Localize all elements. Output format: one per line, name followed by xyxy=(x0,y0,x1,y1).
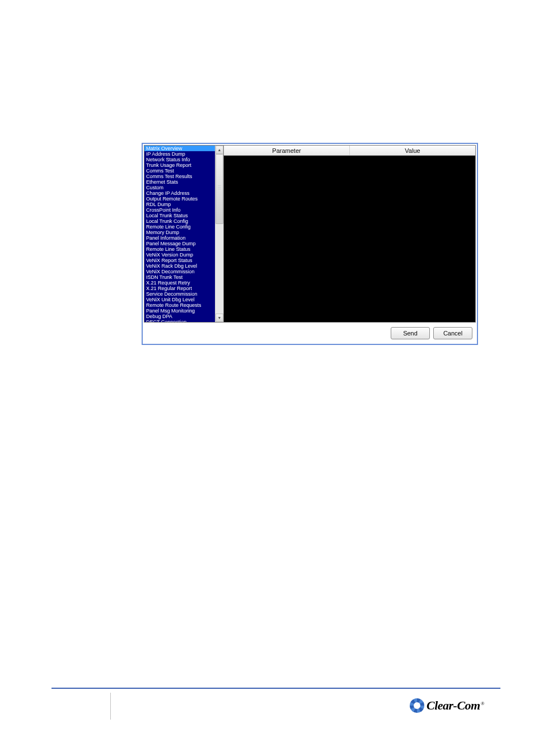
list-item[interactable]: X.21 Regular Report xyxy=(144,286,215,291)
list-item[interactable]: VeNiX Unit Dbg Level xyxy=(144,297,215,302)
list-item[interactable]: Change IP Address xyxy=(144,190,215,196)
list-item[interactable]: ISDN Trunk Test xyxy=(144,274,215,280)
scroll-down-button[interactable]: ▼ xyxy=(216,314,223,322)
brand-logo: Clear-Com® xyxy=(410,696,500,715)
list-item[interactable]: Panel Message Dump xyxy=(144,241,215,246)
header-parameter[interactable]: Parameter xyxy=(224,146,350,155)
parameter-pane: Parameter Value xyxy=(224,145,476,323)
list-item[interactable]: Comms Test Results xyxy=(144,174,215,179)
scroll-up-button[interactable]: ▲ xyxy=(216,146,223,154)
footer-rule xyxy=(51,688,500,689)
dialog-main-area: Matrix OverviewIP Address DumpNetwork St… xyxy=(144,145,476,323)
list-item[interactable]: VeNiX Decommission xyxy=(144,269,215,274)
list-item[interactable]: Trunk Usage Report xyxy=(144,162,215,168)
button-bar: Send Cancel xyxy=(144,323,476,343)
scroll-thumb[interactable] xyxy=(216,154,223,224)
list-item[interactable]: Memory Dump xyxy=(144,230,215,235)
parameter-content xyxy=(224,156,475,322)
brand-logo-icon xyxy=(410,698,424,713)
list-item[interactable]: DECT Connection xyxy=(144,319,215,322)
list-item[interactable]: Remote Route Requests xyxy=(144,302,215,308)
list-item[interactable]: Remote Line Status xyxy=(144,246,215,252)
list-item[interactable]: Debug DPA xyxy=(144,314,215,319)
brand-logo-text: Clear-Com® xyxy=(427,698,484,713)
list-item[interactable]: VeNiX Report Status xyxy=(144,258,215,263)
list-item[interactable]: VeNiX Rack Dbg Level xyxy=(144,263,215,269)
command-list[interactable]: Matrix OverviewIP Address DumpNetwork St… xyxy=(144,146,215,322)
scroll-track[interactable] xyxy=(216,154,223,314)
list-item[interactable]: Custom xyxy=(144,185,215,190)
registered-mark: ® xyxy=(481,701,484,706)
list-item[interactable]: Panel Msg Monitoring xyxy=(144,308,215,314)
list-item[interactable]: Service Decommission xyxy=(144,291,215,297)
cancel-button[interactable]: Cancel xyxy=(433,327,472,339)
list-scrollbar[interactable]: ▲ ▼ xyxy=(215,146,223,322)
list-item[interactable]: VeNiX Version Dump xyxy=(144,252,215,258)
list-item[interactable]: Ethernet Stats xyxy=(144,179,215,185)
list-item[interactable]: X.21 Request Retry xyxy=(144,280,215,286)
list-item[interactable]: Remote Line Config xyxy=(144,224,215,230)
list-item[interactable]: Local Trunk Status xyxy=(144,213,215,218)
dialog-window: Matrix OverviewIP Address DumpNetwork St… xyxy=(142,143,478,345)
list-item[interactable]: Output Remote Routes xyxy=(144,196,215,202)
list-item[interactable]: Network Status Info xyxy=(144,157,215,162)
list-item[interactable]: CrossPoint Info xyxy=(144,207,215,213)
parameter-headers: Parameter Value xyxy=(224,146,475,156)
command-list-wrap: Matrix OverviewIP Address DumpNetwork St… xyxy=(144,145,224,323)
send-button[interactable]: Send xyxy=(391,327,430,339)
list-item[interactable]: RDL Dump xyxy=(144,202,215,207)
header-value[interactable]: Value xyxy=(350,146,475,155)
list-item[interactable]: Comms Test xyxy=(144,168,215,174)
list-item[interactable]: Matrix Overview xyxy=(144,146,215,151)
footer-vertical-rule xyxy=(110,693,111,720)
list-item[interactable]: Local Trunk Config xyxy=(144,218,215,224)
brand-name: Clear-Com xyxy=(427,698,480,712)
list-item[interactable]: Panel Information xyxy=(144,235,215,241)
list-item[interactable]: IP Address Dump xyxy=(144,151,215,157)
